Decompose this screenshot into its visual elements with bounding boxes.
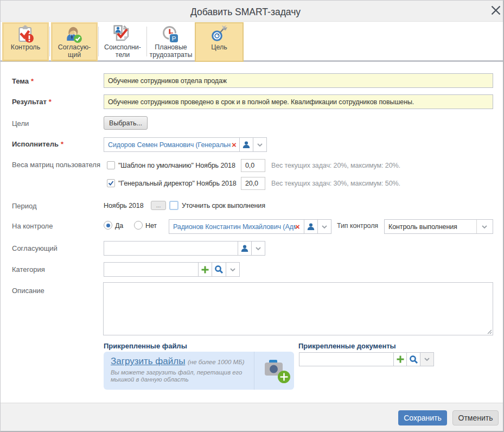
svg-text:P: P — [172, 35, 176, 42]
